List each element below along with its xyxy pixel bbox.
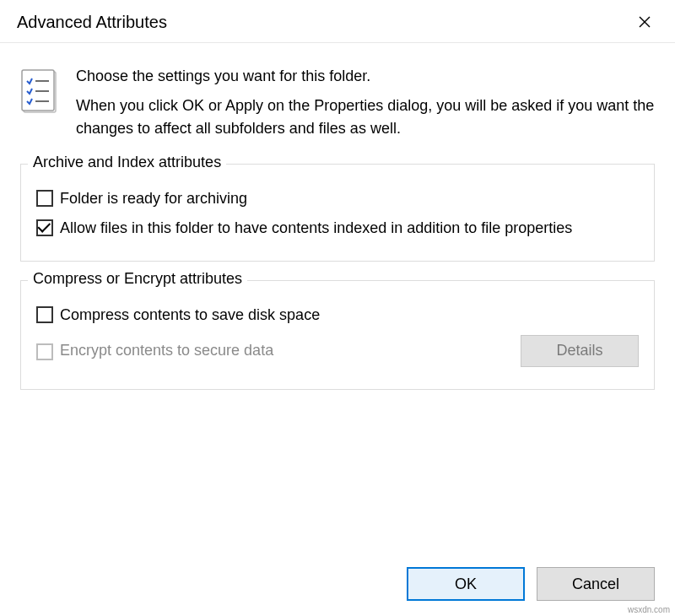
encrypt-row: Encrypt contents to secure data Details	[36, 335, 639, 367]
archive-index-group: Archive and Index attributes Folder is r…	[20, 164, 655, 262]
intro-text: Choose the settings you want for this fo…	[76, 65, 655, 140]
intro-section: Choose the settings you want for this fo…	[20, 65, 655, 140]
archive-index-legend: Archive and Index attributes	[28, 154, 226, 171]
archive-label: Folder is ready for archiving	[60, 188, 247, 209]
titlebar: Advanced Attributes	[0, 0, 675, 43]
dialog-title: Advanced Attributes	[17, 13, 628, 32]
folder-settings-icon	[20, 68, 61, 116]
compress-checkbox[interactable]	[36, 306, 53, 323]
index-checkbox[interactable]	[36, 219, 53, 236]
archive-row: Folder is ready for archiving	[36, 188, 639, 209]
intro-body: When you click OK or Apply on the Proper…	[76, 95, 655, 140]
encrypt-label: Encrypt contents to secure data	[60, 340, 273, 361]
index-row: Allow files in this folder to have conte…	[36, 218, 639, 239]
details-button: Details	[521, 335, 639, 367]
dialog-content: Choose the settings you want for this fo…	[0, 43, 675, 567]
advanced-attributes-dialog: Advanced Attributes	[0, 0, 675, 616]
cancel-button[interactable]: Cancel	[537, 567, 655, 601]
dialog-button-row: OK Cancel	[0, 567, 675, 616]
ok-button[interactable]: OK	[407, 567, 525, 601]
compress-encrypt-legend: Compress or Encrypt attributes	[28, 270, 247, 288]
close-button[interactable]	[628, 8, 662, 35]
archive-checkbox[interactable]	[36, 190, 53, 207]
close-icon	[639, 16, 651, 28]
encrypt-checkbox	[36, 343, 53, 360]
compress-label: Compress contents to save disk space	[60, 305, 320, 326]
intro-heading: Choose the settings you want for this fo…	[76, 65, 655, 88]
compress-row: Compress contents to save disk space	[36, 305, 639, 326]
index-label: Allow files in this folder to have conte…	[60, 218, 572, 239]
watermark: wsxdn.com	[628, 605, 670, 614]
compress-encrypt-group: Compress or Encrypt attributes Compress …	[20, 280, 655, 389]
